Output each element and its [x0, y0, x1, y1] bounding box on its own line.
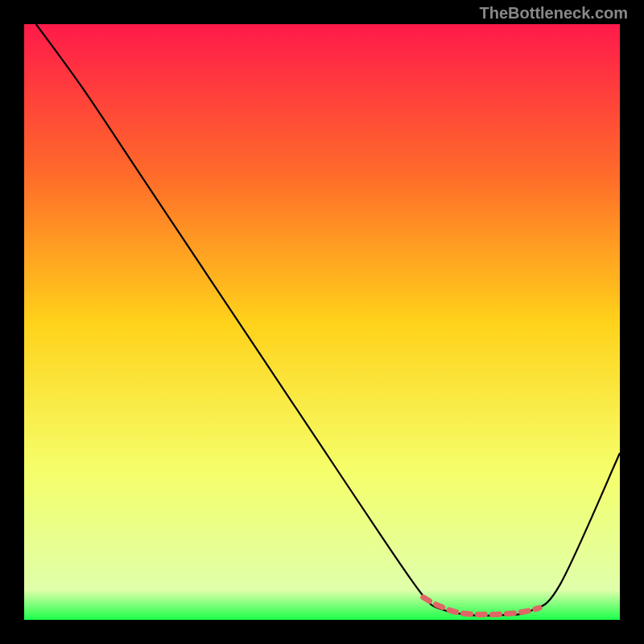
watermark-text: TheBottleneck.com [480, 4, 628, 23]
plot-area [24, 24, 620, 620]
gradient-background [24, 24, 620, 620]
chart-svg [24, 24, 620, 620]
chart-container: TheBottleneck.com [0, 0, 644, 644]
